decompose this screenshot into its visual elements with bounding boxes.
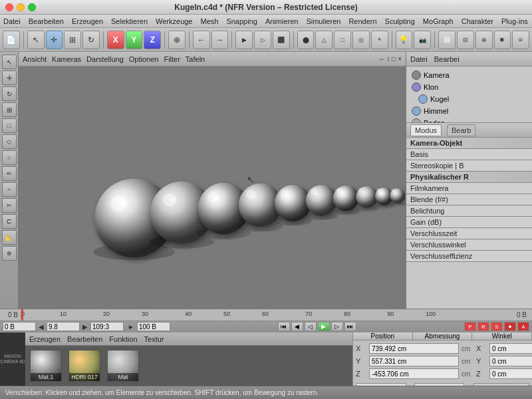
z-axis[interactable]: Z (144, 31, 161, 49)
lt-paint[interactable]: ✏ (2, 166, 17, 181)
bearbeiten-menu[interactable]: Bearbeiten (67, 335, 102, 343)
obj-btn5[interactable]: ⌖ (371, 31, 388, 49)
rec-pos[interactable]: P (464, 322, 476, 331)
x-abm-input[interactable] (489, 343, 532, 354)
lt-measure[interactable]: 📐 (2, 230, 17, 245)
z-pos-input[interactable] (369, 368, 459, 379)
scale-tool[interactable]: ⊞ (64, 31, 81, 49)
lt-loop[interactable]: ○ (2, 150, 17, 165)
abmessung-tab[interactable]: Abmessung (413, 332, 473, 340)
y-pos-input[interactable] (369, 356, 459, 366)
menu-item-plug-ins[interactable]: Plug-ins (501, 17, 528, 25)
lt-axis[interactable]: ⊕ (2, 246, 17, 261)
position-tab[interactable]: Position (353, 332, 413, 340)
move-tool[interactable]: ✛ (46, 31, 63, 49)
extra5[interactable]: ⧇ (512, 31, 529, 49)
menu-item-erzeugen[interactable]: Erzeugen (72, 17, 103, 25)
menu-item-simulieren[interactable]: Simulieren (306, 17, 340, 25)
erzeugen-menu[interactable]: Erzeugen (29, 335, 61, 343)
menu-item-sculpting[interactable]: Sculpting (385, 17, 415, 25)
x-pos-input[interactable] (369, 343, 459, 354)
menu-item-werkzeuge[interactable]: Werkzeuge (156, 17, 192, 25)
go-end[interactable]: ⏭ (344, 322, 356, 331)
obj-btn2[interactable]: △ (315, 31, 332, 49)
modus-tab[interactable]: Modus (410, 124, 442, 136)
lt-move[interactable]: ✛ (2, 70, 17, 85)
file-tab[interactable]: Datei (410, 55, 428, 63)
funktion-menu[interactable]: Funktion (109, 335, 137, 343)
menu-item-charakter[interactable]: Charakter (462, 17, 493, 25)
bearb-tab[interactable]: Bearb (447, 124, 475, 136)
auto-key[interactable]: A (517, 322, 529, 331)
material-mat1[interactable]: Mat.1 (29, 349, 63, 382)
tree-item-klon[interactable]: Klon (409, 81, 529, 93)
render-region[interactable]: ▷ (254, 31, 271, 49)
material-mat[interactable]: Mat (106, 349, 140, 382)
render-view[interactable]: ▶ (235, 31, 253, 49)
menu-item-bearbeiten[interactable]: Bearbeiten (29, 17, 64, 25)
winkel-tab[interactable]: Winkel (472, 332, 532, 340)
maximize-button[interactable] (28, 3, 36, 11)
redo[interactable]: → (211, 31, 229, 49)
textur-menu[interactable]: Textur (144, 335, 164, 343)
lt-cursor[interactable]: ↖ (2, 55, 17, 69)
options-menu[interactable]: Optionen (129, 55, 159, 63)
end-frame-input[interactable] (90, 322, 124, 331)
panels-menu[interactable]: Tafeln (186, 55, 205, 63)
current-frame-input[interactable] (47, 322, 80, 331)
lt-box[interactable]: □ (2, 118, 17, 133)
extra2[interactable]: ⊟ (457, 31, 474, 49)
z-abm-input[interactable] (489, 368, 532, 379)
extra4[interactable]: ✱ (494, 31, 511, 49)
obj-btn1[interactable]: ⬤ (297, 31, 315, 49)
light-btn[interactable]: 💡 (396, 31, 413, 49)
undo[interactable]: ← (193, 31, 210, 49)
lt-scale[interactable]: ⊞ (2, 102, 17, 117)
fps-input[interactable] (137, 322, 170, 331)
lt-poly[interactable]: ◇ (2, 134, 17, 149)
view-menu[interactable]: Ansicht (23, 55, 47, 63)
camera-btn[interactable]: 📷 (414, 31, 431, 49)
prev-frame[interactable]: ◀ (291, 322, 303, 331)
menu-item-mograph[interactable]: MoGraph (423, 17, 454, 25)
new-btn[interactable]: 📄 (3, 31, 20, 49)
play-back[interactable]: ◁ (305, 322, 317, 331)
go-start[interactable]: ⏮ (278, 322, 290, 331)
play-fwd[interactable]: ▶ (318, 322, 330, 331)
lt-bridge[interactable]: ⊏ (2, 214, 17, 229)
tree-item-boden[interactable]: Boden (409, 117, 529, 122)
y-axis[interactable]: Y (126, 31, 143, 49)
viewport[interactable]: ↖ (19, 66, 406, 309)
menu-item-mesh[interactable]: Mesh (200, 17, 218, 25)
obj-btn4[interactable]: ◎ (352, 31, 370, 49)
menu-item-datei[interactable]: Datei (3, 17, 21, 25)
lt-smooth[interactable]: ~ (2, 182, 17, 197)
tree-item-camera[interactable]: Kamera (409, 69, 529, 81)
filter-menu[interactable]: Filter (164, 55, 180, 63)
edit-tab[interactable]: Bearbei (434, 55, 460, 63)
material-hdri[interactable]: HDRI 017 (68, 349, 101, 382)
extra1[interactable]: ⬜ (438, 31, 456, 49)
world-coord[interactable]: ⊕ (168, 31, 186, 49)
menu-item-selektieren[interactable]: Selektieren (111, 17, 148, 25)
tree-item-kugel[interactable]: Kugel (409, 93, 529, 105)
rec-scl[interactable]: S (491, 322, 503, 331)
menu-item-animieren[interactable]: Animieren (265, 17, 299, 25)
extra3[interactable]: ⊕ (475, 31, 493, 49)
lt-rotate[interactable]: ↻ (2, 86, 17, 101)
obj-btn3[interactable]: □ (334, 31, 351, 49)
display-menu[interactable]: Darstellung (86, 55, 124, 63)
rec-key[interactable]: ● (504, 322, 516, 331)
menu-item-snapping[interactable]: Snapping (226, 17, 257, 25)
lt-knife[interactable]: ✂ (2, 198, 17, 213)
close-button[interactable] (5, 3, 13, 11)
cursor-tool[interactable]: ↖ (27, 31, 45, 49)
rotate-tool[interactable]: ↻ (82, 31, 100, 49)
cameras-menu[interactable]: Kameras (52, 55, 81, 63)
next-frame[interactable]: ▷ (331, 322, 343, 331)
y-abm-input[interactable] (489, 356, 532, 366)
start-frame-input[interactable] (3, 322, 36, 331)
minimize-button[interactable] (17, 3, 25, 11)
render-full[interactable]: ⬛ (273, 31, 290, 49)
tree-item-himmel[interactable]: Himmel (409, 105, 529, 117)
